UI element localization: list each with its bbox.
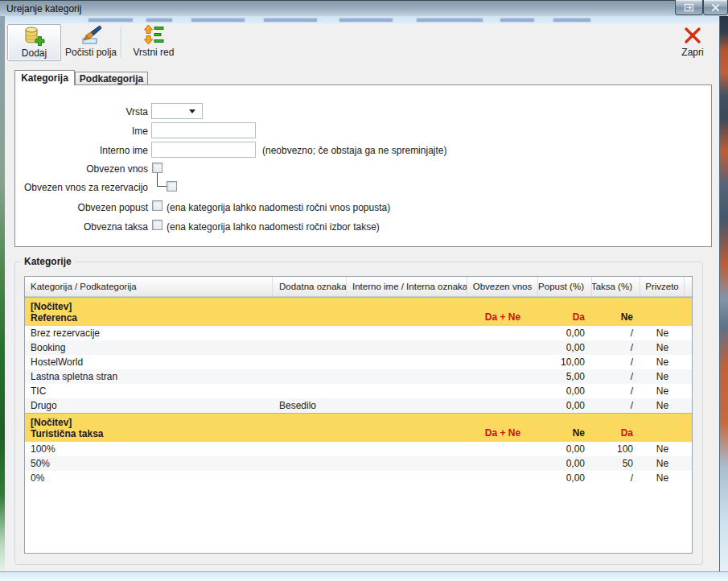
obvezen-popust-checkbox[interactable] — [152, 200, 162, 211]
table-row[interactable]: 0% 0,00 / Ne — [25, 471, 692, 485]
close-dialog-button[interactable]: Zapri — [672, 24, 713, 61]
cell-default: Ne — [640, 456, 685, 471]
window-title: Urejanje kategorij — [6, 3, 81, 14]
cell-discount: 0,00 — [538, 471, 592, 485]
cell-extra: Besedilo — [273, 398, 347, 413]
cell-category: TIC — [25, 384, 273, 398]
glass-border-top — [5, 16, 719, 23]
cell-tax: / — [592, 326, 640, 340]
vrsta-label: Vrsta — [6, 106, 148, 117]
cell-tax: / — [592, 471, 640, 485]
cell-default: Ne — [640, 442, 685, 456]
table-row[interactable]: TIC 0,00 / Ne — [25, 384, 692, 398]
close-button[interactable] — [703, 0, 728, 15]
restore-button[interactable] — [675, 0, 703, 15]
cell-default: Ne — [640, 369, 685, 384]
cell-discount: 0,00 — [538, 398, 592, 413]
cell-default: Ne — [640, 398, 685, 413]
group-required: Da + Ne — [467, 298, 538, 326]
vrsta-select[interactable] — [151, 103, 203, 119]
cell-default: Ne — [640, 471, 685, 485]
brush-icon — [80, 24, 102, 46]
tab-podkategorija[interactable]: Podkategorija — [75, 72, 148, 85]
sort-order-icon — [143, 24, 165, 46]
sort-order-button[interactable]: Vrstni red — [125, 24, 182, 61]
header-extra[interactable]: Dodatna oznaka — [273, 277, 347, 296]
obvezen-vnos-rezervacija-checkbox[interactable] — [167, 181, 177, 192]
group-discount: Ne — [538, 414, 592, 442]
group-name: [Nočitev] Turistična taksa — [25, 414, 273, 442]
group-discount: Da — [538, 298, 592, 326]
cell-tax: 100 — [592, 442, 640, 456]
cell-default: Ne — [640, 355, 685, 369]
clear-fields-label: Počisti polja — [65, 47, 117, 58]
header-stub — [685, 277, 692, 296]
table-row[interactable]: Lastna spletna stran 5,00 / Ne — [25, 369, 692, 384]
obvezna-taksa-label: Obvezna taksa — [6, 221, 148, 233]
group-tax: Ne — [592, 298, 640, 326]
cell-discount: 0,00 — [538, 456, 592, 471]
table-row[interactable]: Booking 0,00 / Ne — [25, 340, 692, 355]
cell-discount: 5,00 — [538, 369, 592, 384]
close-x-icon — [682, 24, 703, 46]
sort-order-label: Vrstni red — [134, 47, 175, 58]
cell-default: Ne — [640, 384, 685, 398]
cell-discount: 0,00 — [538, 384, 592, 398]
kategorije-groupbox-title: Kategorije — [21, 256, 75, 267]
cell-category: Drugo — [25, 398, 273, 413]
header-discount[interactable]: Popust (%) — [538, 277, 592, 296]
cell-discount: 0,00 — [538, 442, 592, 456]
titlebar[interactable]: Urejanje kategorij — [0, 0, 728, 16]
header-internal[interactable]: Interno ime / Interna oznaka — [347, 277, 467, 296]
cell-category: 50% — [25, 456, 273, 471]
ime-field[interactable] — [151, 122, 256, 138]
table-row[interactable]: 100% 0,00 100 Ne — [25, 442, 692, 456]
cell-default: Ne — [640, 340, 685, 355]
checkbox-connector-line — [157, 173, 158, 187]
header-default[interactable]: Privzeto — [640, 277, 685, 296]
glass-border-left — [0, 16, 5, 573]
table-row[interactable]: Drugo Besedilo 0,00 / Ne — [25, 398, 692, 413]
obvezna-taksa-checkbox[interactable] — [152, 220, 162, 230]
database-add-icon — [23, 25, 45, 47]
obvezna-taksa-hint: (ena kategorija lahko nadomesti ročni iz… — [167, 221, 380, 233]
clear-fields-button[interactable]: Počisti polja — [64, 24, 117, 61]
table-row[interactable]: Brez rezervacije 0,00 / Ne — [25, 326, 692, 340]
table-group-row[interactable]: [Nočitev] Turistična taksa Da + Ne Ne Da — [25, 413, 692, 442]
cell-category: HostelWorld — [25, 355, 273, 369]
header-tax[interactable]: Taksa (%) — [592, 277, 640, 296]
cell-tax: / — [592, 384, 640, 398]
ime-label: Ime — [6, 126, 148, 137]
cell-discount: 0,00 — [538, 326, 592, 340]
cell-tax: / — [592, 340, 640, 355]
header-required[interactable]: Obvezen vnos — [467, 277, 538, 296]
obvezen-vnos-checkbox[interactable] — [152, 163, 162, 173]
cell-category: Booking — [25, 340, 273, 355]
glass-border-bottom — [0, 571, 728, 581]
cell-tax: / — [592, 369, 640, 384]
obvezen-vnos-label: Obvezen vnos — [6, 163, 148, 175]
checkbox-connector-line — [158, 186, 167, 187]
tab-kategorija[interactable]: Kategorija — [14, 70, 75, 85]
close-icon — [711, 3, 720, 12]
cell-discount: 10,00 — [538, 355, 592, 369]
add-button[interactable]: Dodaj — [7, 24, 61, 61]
glass-border-right — [719, 16, 728, 581]
interno-ime-field[interactable] — [151, 142, 256, 158]
group-tax: Da — [592, 414, 640, 442]
cell-category: Lastna spletna stran — [25, 369, 273, 384]
cell-tax: / — [592, 355, 640, 369]
close-dialog-label: Zapri — [681, 47, 703, 58]
table-row[interactable]: HostelWorld 10,00 / Ne — [25, 355, 692, 369]
header-category[interactable]: Kategorija / Podkategorija — [25, 277, 273, 296]
table-group-row[interactable]: [Nočitev] Referenca Da + Ne Da Ne — [25, 297, 692, 326]
add-button-label: Dodaj — [22, 47, 47, 59]
toolbar-separator — [121, 27, 121, 58]
cell-discount: 0,00 — [538, 340, 592, 355]
cell-category: 0% — [25, 471, 273, 485]
cell-tax: / — [592, 398, 640, 413]
tab-podkategorija-label: Podkategorija — [80, 73, 143, 84]
restore-icon — [684, 3, 694, 12]
obvezen-popust-hint: (ena kategorija lahko nadomesti ročni vn… — [167, 202, 390, 213]
table-row[interactable]: 50% 0,00 50 Ne — [25, 456, 692, 471]
